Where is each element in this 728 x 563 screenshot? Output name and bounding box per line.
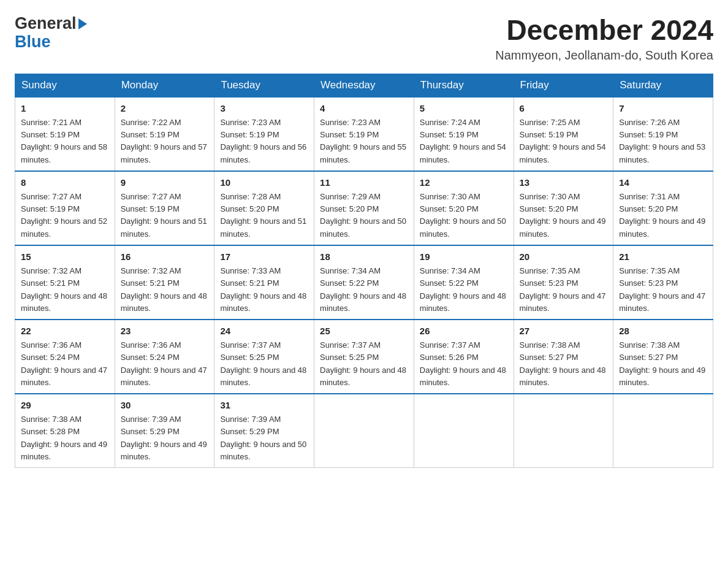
calendar-cell: 11Sunrise: 7:29 AMSunset: 5:20 PMDayligh… xyxy=(314,171,414,245)
calendar-cell: 18Sunrise: 7:34 AMSunset: 5:22 PMDayligh… xyxy=(314,245,414,320)
calendar-table: SundayMondayTuesdayWednesdayThursdayFrid… xyxy=(15,74,713,468)
day-info: Sunrise: 7:27 AMSunset: 5:19 PMDaylight:… xyxy=(21,192,107,238)
day-info: Sunrise: 7:35 AMSunset: 5:23 PMDaylight:… xyxy=(520,266,606,312)
calendar-cell xyxy=(414,394,514,468)
day-info: Sunrise: 7:22 AMSunset: 5:19 PMDaylight:… xyxy=(121,118,207,164)
day-info: Sunrise: 7:38 AMSunset: 5:27 PMDaylight:… xyxy=(520,340,606,386)
day-info: Sunrise: 7:30 AMSunset: 5:20 PMDaylight:… xyxy=(420,192,506,238)
day-info: Sunrise: 7:34 AMSunset: 5:22 PMDaylight:… xyxy=(420,266,506,312)
logo: General Blue xyxy=(15,15,87,51)
day-number: 11 xyxy=(320,176,408,190)
calendar-week-2: 8Sunrise: 7:27 AMSunset: 5:19 PMDaylight… xyxy=(15,171,713,245)
day-number: 29 xyxy=(21,399,109,413)
day-info: Sunrise: 7:39 AMSunset: 5:29 PMDaylight:… xyxy=(121,415,207,461)
logo-blue-text: Blue xyxy=(15,33,51,51)
calendar-cell: 23Sunrise: 7:36 AMSunset: 5:24 PMDayligh… xyxy=(115,320,214,394)
day-number: 30 xyxy=(121,399,209,413)
day-info: Sunrise: 7:23 AMSunset: 5:19 PMDaylight:… xyxy=(220,118,306,164)
day-info: Sunrise: 7:37 AMSunset: 5:25 PMDaylight:… xyxy=(220,340,306,386)
calendar-cell: 20Sunrise: 7:35 AMSunset: 5:23 PMDayligh… xyxy=(514,245,613,320)
calendar-cell: 31Sunrise: 7:39 AMSunset: 5:29 PMDayligh… xyxy=(214,394,314,468)
day-number: 13 xyxy=(520,176,608,190)
day-info: Sunrise: 7:38 AMSunset: 5:27 PMDaylight:… xyxy=(619,340,705,386)
day-info: Sunrise: 7:32 AMSunset: 5:21 PMDaylight:… xyxy=(21,266,107,312)
day-number: 22 xyxy=(21,324,109,339)
day-info: Sunrise: 7:23 AMSunset: 5:19 PMDaylight:… xyxy=(320,118,406,164)
calendar-cell: 19Sunrise: 7:34 AMSunset: 5:22 PMDayligh… xyxy=(414,245,514,320)
calendar-cell: 9Sunrise: 7:27 AMSunset: 5:19 PMDaylight… xyxy=(115,171,214,245)
day-number: 26 xyxy=(420,324,508,339)
calendar-cell: 26Sunrise: 7:37 AMSunset: 5:26 PMDayligh… xyxy=(414,320,514,394)
calendar-cell: 1Sunrise: 7:21 AMSunset: 5:19 PMDaylight… xyxy=(15,97,115,171)
day-info: Sunrise: 7:25 AMSunset: 5:19 PMDaylight:… xyxy=(520,118,606,164)
header-sunday: Sunday xyxy=(15,74,115,97)
calendar-week-4: 22Sunrise: 7:36 AMSunset: 5:24 PMDayligh… xyxy=(15,320,713,394)
calendar-cell: 28Sunrise: 7:38 AMSunset: 5:27 PMDayligh… xyxy=(613,320,713,394)
calendar-cell: 4Sunrise: 7:23 AMSunset: 5:19 PMDaylight… xyxy=(314,97,414,171)
calendar-week-1: 1Sunrise: 7:21 AMSunset: 5:19 PMDaylight… xyxy=(15,97,713,171)
day-number: 18 xyxy=(320,250,408,264)
calendar-cell: 8Sunrise: 7:27 AMSunset: 5:19 PMDaylight… xyxy=(15,171,115,245)
day-number: 5 xyxy=(420,102,508,116)
page-title: December 2024 xyxy=(495,15,713,46)
day-number: 15 xyxy=(21,250,109,264)
calendar-header-row: SundayMondayTuesdayWednesdayThursdayFrid… xyxy=(15,74,713,97)
header-monday: Monday xyxy=(115,74,214,97)
day-number: 28 xyxy=(619,324,707,339)
calendar-cell: 7Sunrise: 7:26 AMSunset: 5:19 PMDaylight… xyxy=(613,97,713,171)
calendar-cell: 2Sunrise: 7:22 AMSunset: 5:19 PMDaylight… xyxy=(115,97,214,171)
day-number: 6 xyxy=(520,102,608,116)
day-number: 14 xyxy=(619,176,707,190)
day-number: 16 xyxy=(121,250,209,264)
day-info: Sunrise: 7:30 AMSunset: 5:20 PMDaylight:… xyxy=(520,192,606,238)
day-number: 17 xyxy=(220,250,308,264)
day-number: 2 xyxy=(121,102,209,116)
day-info: Sunrise: 7:24 AMSunset: 5:19 PMDaylight:… xyxy=(420,118,506,164)
day-info: Sunrise: 7:37 AMSunset: 5:25 PMDaylight:… xyxy=(320,340,406,386)
day-info: Sunrise: 7:34 AMSunset: 5:22 PMDaylight:… xyxy=(320,266,406,312)
day-number: 10 xyxy=(220,176,308,190)
calendar-cell: 3Sunrise: 7:23 AMSunset: 5:19 PMDaylight… xyxy=(214,97,314,171)
day-info: Sunrise: 7:21 AMSunset: 5:19 PMDaylight:… xyxy=(21,118,107,164)
day-number: 31 xyxy=(220,399,308,413)
calendar-cell: 24Sunrise: 7:37 AMSunset: 5:25 PMDayligh… xyxy=(214,320,314,394)
logo-general-text: General xyxy=(15,15,77,33)
calendar-cell: 17Sunrise: 7:33 AMSunset: 5:21 PMDayligh… xyxy=(214,245,314,320)
day-number: 8 xyxy=(21,176,109,190)
calendar-cell: 22Sunrise: 7:36 AMSunset: 5:24 PMDayligh… xyxy=(15,320,115,394)
header-saturday: Saturday xyxy=(613,74,713,97)
day-info: Sunrise: 7:37 AMSunset: 5:26 PMDaylight:… xyxy=(420,340,506,386)
calendar-cell: 12Sunrise: 7:30 AMSunset: 5:20 PMDayligh… xyxy=(414,171,514,245)
header: General Blue December 2024 Nammyeon, Jeo… xyxy=(15,15,713,63)
logo-triangle-icon xyxy=(78,18,87,29)
header-friday: Friday xyxy=(514,74,613,97)
day-info: Sunrise: 7:28 AMSunset: 5:20 PMDaylight:… xyxy=(220,192,306,238)
day-number: 9 xyxy=(121,176,209,190)
day-number: 24 xyxy=(220,324,308,339)
day-info: Sunrise: 7:27 AMSunset: 5:19 PMDaylight:… xyxy=(121,192,207,238)
day-info: Sunrise: 7:35 AMSunset: 5:23 PMDaylight:… xyxy=(619,266,705,312)
header-thursday: Thursday xyxy=(414,74,514,97)
calendar-week-3: 15Sunrise: 7:32 AMSunset: 5:21 PMDayligh… xyxy=(15,245,713,320)
calendar-cell: 13Sunrise: 7:30 AMSunset: 5:20 PMDayligh… xyxy=(514,171,613,245)
day-number: 4 xyxy=(320,102,408,116)
day-info: Sunrise: 7:36 AMSunset: 5:24 PMDaylight:… xyxy=(121,340,207,386)
header-tuesday: Tuesday xyxy=(214,74,314,97)
day-number: 27 xyxy=(520,324,608,339)
calendar-cell: 10Sunrise: 7:28 AMSunset: 5:20 PMDayligh… xyxy=(214,171,314,245)
calendar-cell: 25Sunrise: 7:37 AMSunset: 5:25 PMDayligh… xyxy=(314,320,414,394)
day-info: Sunrise: 7:26 AMSunset: 5:19 PMDaylight:… xyxy=(619,118,705,164)
day-info: Sunrise: 7:36 AMSunset: 5:24 PMDaylight:… xyxy=(21,340,107,386)
calendar-cell xyxy=(613,394,713,468)
day-number: 20 xyxy=(520,250,608,264)
calendar-cell: 16Sunrise: 7:32 AMSunset: 5:21 PMDayligh… xyxy=(115,245,214,320)
day-info: Sunrise: 7:32 AMSunset: 5:21 PMDaylight:… xyxy=(121,266,207,312)
day-number: 7 xyxy=(619,102,707,116)
calendar-cell: 30Sunrise: 7:39 AMSunset: 5:29 PMDayligh… xyxy=(115,394,214,468)
calendar-cell: 27Sunrise: 7:38 AMSunset: 5:27 PMDayligh… xyxy=(514,320,613,394)
calendar-cell xyxy=(514,394,613,468)
location-subtitle: Nammyeon, Jeollanam-do, South Korea xyxy=(495,48,713,63)
calendar-cell: 5Sunrise: 7:24 AMSunset: 5:19 PMDaylight… xyxy=(414,97,514,171)
calendar-cell: 29Sunrise: 7:38 AMSunset: 5:28 PMDayligh… xyxy=(15,394,115,468)
calendar-cell xyxy=(314,394,414,468)
